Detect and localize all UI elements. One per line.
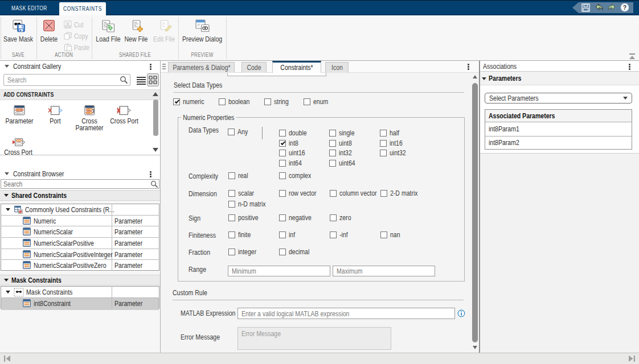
svg-text:?: ? bbox=[623, 4, 626, 11]
